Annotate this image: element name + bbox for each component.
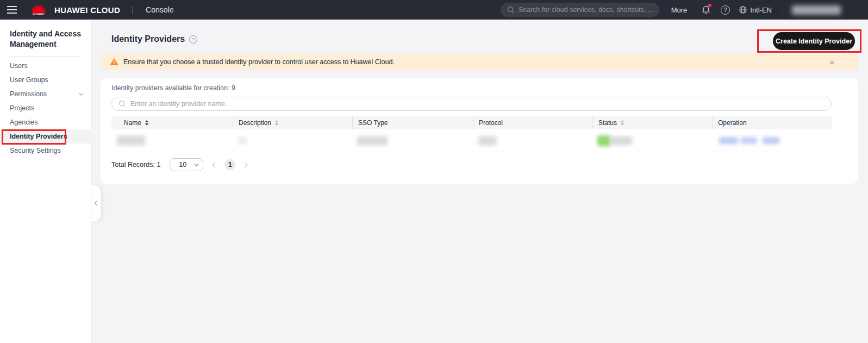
screen: HUAWEI HUAWEI CLOUD Console More ?: [0, 0, 868, 343]
status-enabled-indicator: [597, 135, 611, 146]
locale-label: Intl-EN: [750, 6, 772, 14]
chevron-right-icon: [242, 162, 248, 167]
huawei-logo: HUAWEI: [29, 4, 48, 16]
provider-name-filter-input[interactable]: [130, 100, 825, 108]
brand-title: HUAWEI CLOUD: [54, 5, 120, 15]
search-icon: [507, 6, 515, 14]
topbar-divider: [783, 6, 783, 14]
huawei-flower-icon: [31, 4, 46, 14]
total-records-value: 1: [157, 161, 160, 169]
column-header-protocol: Protocol: [473, 116, 592, 129]
sort-icon[interactable]: [621, 120, 624, 126]
sidebar-item-projects[interactable]: Projects: [0, 101, 91, 115]
chevron-down-icon: [195, 161, 199, 166]
column-header-operation: Operation: [712, 116, 832, 129]
notification-badge-dot: [708, 4, 711, 7]
create-identity-provider-button[interactable]: Create Identity Provider: [773, 32, 855, 50]
redacted-operation-link[interactable]: [763, 137, 779, 144]
redacted-description-cell: [238, 136, 247, 145]
redacted-operation-link[interactable]: [719, 137, 738, 144]
table-row[interactable]: [111, 129, 832, 152]
sidebar-item-agencies[interactable]: Agencies: [0, 115, 91, 129]
warning-text: Ensure that you choose a trusted identit…: [123, 58, 395, 66]
next-page-button[interactable]: [242, 162, 248, 168]
globe-icon: [739, 5, 747, 14]
table-header-row: Name Description SSO Type Protocol Statu…: [111, 116, 832, 129]
chevron-left-icon: [213, 162, 218, 167]
top-bar: HUAWEI HUAWEI CLOUD Console More ?: [0, 0, 868, 20]
redacted-name-cell: [117, 135, 145, 146]
sidebar-item-user-groups[interactable]: User Groups: [0, 73, 91, 87]
total-records-text: Total Records: 1: [111, 161, 160, 169]
redacted-sso-type-cell: [357, 136, 388, 146]
account-name-redacted[interactable]: [792, 5, 841, 15]
banner-close-icon[interactable]: ×: [829, 54, 834, 70]
hamburger-menu-icon[interactable]: [5, 3, 18, 16]
global-search[interactable]: [501, 3, 659, 17]
sort-icon[interactable]: [275, 120, 278, 126]
page-help-icon[interactable]: ?: [189, 35, 197, 43]
chevron-down-icon: [79, 91, 83, 95]
global-search-input[interactable]: [519, 6, 653, 14]
sidebar-title: Identity and Access Management: [10, 29, 81, 49]
more-menu[interactable]: More: [671, 6, 688, 14]
iam-sidebar: Identity and Access Management Users Use…: [0, 20, 91, 343]
column-header-name[interactable]: Name: [111, 116, 233, 129]
sidebar-item-permissions[interactable]: Permissions: [0, 87, 91, 101]
redacted-protocol-cell: [478, 136, 497, 146]
column-header-description[interactable]: Description: [233, 116, 352, 129]
column-header-sso-type: SSO Type: [352, 116, 473, 129]
pagination: Total Records: 1 10 1: [111, 158, 248, 171]
warning-banner: Ensure that you choose a trusted identit…: [101, 54, 858, 70]
page-number-current[interactable]: 1: [224, 159, 235, 170]
warning-icon: [110, 58, 118, 66]
sidebar-item-identity-providers[interactable]: Identity Providers: [0, 129, 91, 144]
console-link[interactable]: Console: [146, 5, 173, 14]
chevron-left-icon: [95, 201, 99, 205]
provider-name-filter[interactable]: [111, 97, 832, 111]
page-size-select[interactable]: 10: [170, 158, 203, 171]
notifications-button[interactable]: [701, 5, 711, 15]
main-content: Identity Providers ? Create Identity Pro…: [91, 20, 868, 343]
sidebar-item-users[interactable]: Users: [0, 59, 91, 73]
language-selector[interactable]: Intl-EN: [739, 5, 772, 14]
prev-page-button[interactable]: [212, 162, 218, 168]
available-count-value: 9: [232, 84, 235, 92]
column-header-status[interactable]: Status: [592, 116, 712, 129]
page-title: Identity Providers: [111, 34, 185, 44]
sidebar-divider: [10, 56, 81, 57]
redacted-status-text: [610, 136, 632, 145]
sort-icon[interactable]: [145, 120, 148, 126]
logo-text: HUAWEI: [33, 13, 45, 16]
sidebar-item-security-settings[interactable]: Security Settings: [0, 144, 91, 158]
identity-providers-card: Identity providers available for creatio…: [101, 78, 858, 184]
help-button[interactable]: ?: [721, 5, 730, 15]
topbar-divider: [132, 6, 133, 14]
sidebar-collapse-handle[interactable]: [91, 185, 101, 221]
search-icon: [118, 100, 126, 108]
redacted-operation-link[interactable]: [741, 137, 757, 144]
sidebar-nav: Users User Groups Permissions Projects A…: [0, 59, 91, 158]
available-count-text: Identity providers available for creatio…: [111, 84, 235, 92]
